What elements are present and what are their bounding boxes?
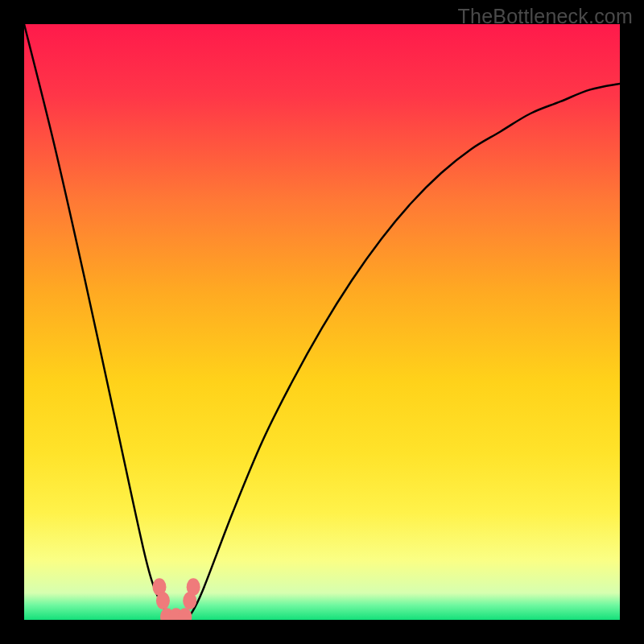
watermark-label: TheBottleneck.com [458, 5, 633, 28]
bottleneck-chart [24, 24, 620, 620]
curve-marker [156, 592, 170, 609]
curve-marker [187, 578, 200, 596]
chart-svg [24, 24, 620, 620]
